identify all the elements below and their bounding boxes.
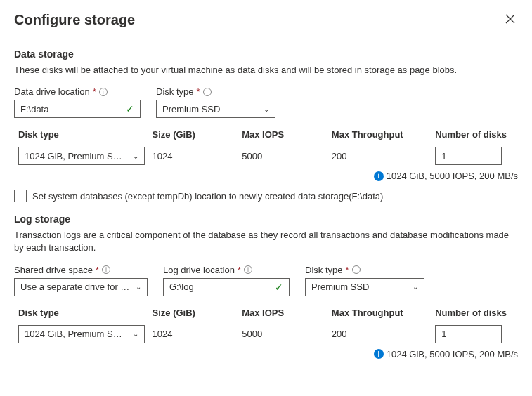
cell-thru: 200 [332,151,435,161]
label-text: Data drive location [14,86,90,97]
col-header-num: Number of disks [435,129,518,140]
data-storage-hint: 1024 GiB, 5000 IOPS, 200 MB/s [387,171,518,181]
label-text: Shared drive space [14,265,93,275]
close-button[interactable] [502,11,518,29]
select-value: Premium SSD [311,282,369,292]
cell-thru: 200 [332,329,435,339]
info-icon[interactable]: i [244,265,252,274]
log-disk-table: Disk type Size (GiB) Max IOPS Max Throug… [14,303,518,346]
col-header-disktype: Disk type [14,129,153,140]
log-drive-location-input[interactable]: G:\log ✓ [163,278,290,296]
data-disk-type-label: Disk type* i [156,86,275,97]
cell-iops: 5000 [242,329,332,339]
chevron-down-icon: ⌄ [133,152,138,160]
select-value: Premium SSD [162,104,220,114]
input-value: G:\log [169,282,194,292]
chevron-down-icon: ⌄ [133,330,138,338]
cell-size: 1024 [153,329,242,339]
data-storage-desc: These disks will be attached to your vir… [14,64,518,77]
required-star: * [345,265,349,275]
select-value: 1024 GiB, Premium SSD… [25,329,126,339]
col-header-iops: Max IOPS [242,308,332,318]
data-drive-location-input[interactable]: F:\data ✓ [14,100,141,118]
close-icon [505,14,515,24]
check-icon: ✓ [126,103,134,114]
info-icon: i [374,171,384,181]
table-row: 1024 GiB, Premium SSD… ⌄ 1024 5000 200 1 [14,144,518,168]
input-value: 1 [441,151,446,161]
col-header-num: Number of disks [435,308,518,318]
required-star: * [196,86,200,97]
data-disk-type-select[interactable]: Premium SSD ⌄ [156,100,275,118]
select-value: 1024 GiB, Premium SSD… [25,151,126,161]
required-star: * [93,86,96,97]
col-header-size: Size (GiB) [153,308,242,318]
log-drive-location-label: Log drive location* i [163,265,290,275]
col-header-size: Size (GiB) [153,129,242,140]
select-value: Use a separate drive for lo… [20,282,131,292]
info-icon[interactable]: i [102,265,110,274]
required-star: * [238,265,241,275]
num-disks-input[interactable]: 1 [435,325,502,343]
col-header-disktype: Disk type [14,308,153,318]
data-disk-table: Disk type Size (GiB) Max IOPS Max Throug… [14,125,518,168]
set-system-db-checkbox[interactable] [14,190,27,202]
col-header-iops: Max IOPS [242,129,332,140]
log-disk-type-label: Disk type* i [305,265,424,275]
num-disks-input[interactable]: 1 [435,147,502,165]
log-storage-heading: Log storage [14,213,518,225]
data-drive-location-label: Data drive location* i [14,86,141,97]
panel-title: Configure storage [14,12,135,28]
label-text: Disk type [305,265,342,275]
input-value: 1 [441,329,446,339]
chevron-down-icon: ⌄ [136,283,141,291]
required-star: * [96,265,99,275]
info-icon[interactable]: i [352,265,361,274]
table-row: 1024 GiB, Premium SSD… ⌄ 1024 5000 200 1 [14,322,518,346]
chevron-down-icon: ⌄ [413,283,418,291]
cell-size: 1024 [153,151,242,161]
col-header-thru: Max Throughput [332,129,435,140]
data-storage-heading: Data storage [14,48,518,60]
row-disktype-select[interactable]: 1024 GiB, Premium SSD… ⌄ [18,325,145,343]
label-text: Log drive location [163,265,235,275]
chevron-down-icon: ⌄ [264,105,269,113]
info-icon[interactable]: i [203,88,212,96]
input-value: F:\data [20,104,48,114]
shared-drive-select[interactable]: Use a separate drive for lo… ⌄ [14,278,148,296]
shared-drive-label: Shared drive space* i [14,265,148,275]
log-storage-desc: Transaction logs are a critical componen… [14,229,518,254]
check-icon: ✓ [275,282,283,293]
row-disktype-select[interactable]: 1024 GiB, Premium SSD… ⌄ [18,147,145,165]
label-text: Disk type [156,86,193,97]
cell-iops: 5000 [242,151,332,161]
col-header-thru: Max Throughput [332,308,435,318]
set-system-db-label: Set system databases (except tempDb) loc… [32,191,383,202]
info-icon[interactable]: i [99,88,108,96]
log-disk-type-select[interactable]: Premium SSD ⌄ [305,278,424,296]
info-icon: i [374,349,384,359]
log-storage-hint: 1024 GiB, 5000 IOPS, 200 MB/s [387,349,518,359]
